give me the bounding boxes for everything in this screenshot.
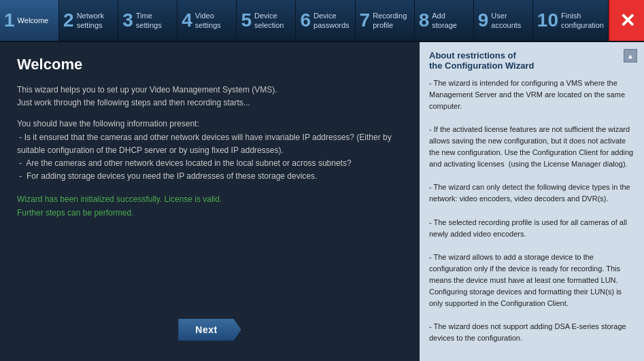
- close-icon: ✕: [620, 10, 635, 32]
- nav-number-2: 2: [63, 11, 74, 30]
- nav-label-finish-configuration: Finishconfiguration: [561, 11, 604, 31]
- restrictions-title: About restrictions ofthe Configuration W…: [429, 50, 634, 71]
- close-button[interactable]: ✕: [609, 0, 644, 41]
- left-panel: Welcome This wizard helps you to set up …: [0, 42, 420, 361]
- left-content-wrapper: Welcome This wizard helps you to set up …: [17, 56, 403, 347]
- nav-number-9: 9: [478, 11, 489, 30]
- nav-number-3: 3: [122, 11, 133, 30]
- navigation-bar: 1 Welcome 2 Networksettings 3 Timesettin…: [0, 0, 644, 42]
- nav-number-4: 4: [182, 11, 192, 30]
- success-message: Wizard has been initialized successfully…: [17, 193, 403, 219]
- nav-label-add-storage: Addstorage: [432, 11, 457, 31]
- nav-number-5: 5: [241, 11, 252, 30]
- nav-number-1: 1: [4, 11, 15, 30]
- nav-label-welcome: Welcome: [18, 16, 49, 25]
- welcome-paragraph1: This wizard helps you to set up your Vid…: [17, 84, 403, 109]
- nav-item-network-settings[interactable]: 2 Networksettings: [59, 0, 118, 41]
- nav-item-user-accounts[interactable]: 9 Useraccounts: [474, 0, 533, 41]
- nav-label-user-accounts: Useraccounts: [491, 11, 521, 31]
- nav-label-network-settings: Networksettings: [77, 11, 104, 31]
- nav-number-10: 10: [537, 11, 558, 30]
- next-button[interactable]: Next: [178, 319, 241, 341]
- nav-number-6: 6: [300, 11, 311, 30]
- nav-label-device-passwords: Devicepasswords: [313, 11, 350, 31]
- nav-item-add-storage[interactable]: 8 Addstorage: [415, 0, 474, 41]
- nav-item-device-passwords[interactable]: 6 Devicepasswords: [296, 0, 355, 41]
- nav-number-8: 8: [419, 11, 430, 30]
- nav-label-recording-profile: Recordingprofile: [373, 11, 407, 31]
- restrictions-panel: ▲ About restrictions ofthe Configuration…: [420, 42, 644, 361]
- nav-number-7: 7: [360, 11, 371, 30]
- nav-item-welcome[interactable]: 1 Welcome: [0, 0, 59, 41]
- nav-label-video-settings: Videosettings: [195, 11, 221, 31]
- nav-item-finish-configuration[interactable]: 10 Finishconfiguration: [533, 0, 609, 41]
- nav-item-device-selection[interactable]: 5 Deviceselection: [237, 0, 296, 41]
- main-content: Welcome This wizard helps you to set up …: [0, 42, 644, 361]
- nav-label-device-selection: Deviceselection: [254, 11, 284, 31]
- nav-item-recording-profile[interactable]: 7 Recordingprofile: [356, 0, 415, 41]
- welcome-paragraph2: You should have the following informatio…: [17, 118, 403, 183]
- nav-label-time-settings: Timesettings: [136, 11, 162, 31]
- welcome-title: Welcome: [17, 56, 403, 73]
- nav-item-video-settings[interactable]: 4 Videosettings: [177, 0, 237, 41]
- restrictions-text: - The wizard is intended for configuring…: [429, 78, 634, 344]
- nav-item-time-settings[interactable]: 3 Timesettings: [118, 0, 177, 41]
- scroll-up-button[interactable]: ▲: [624, 49, 637, 63]
